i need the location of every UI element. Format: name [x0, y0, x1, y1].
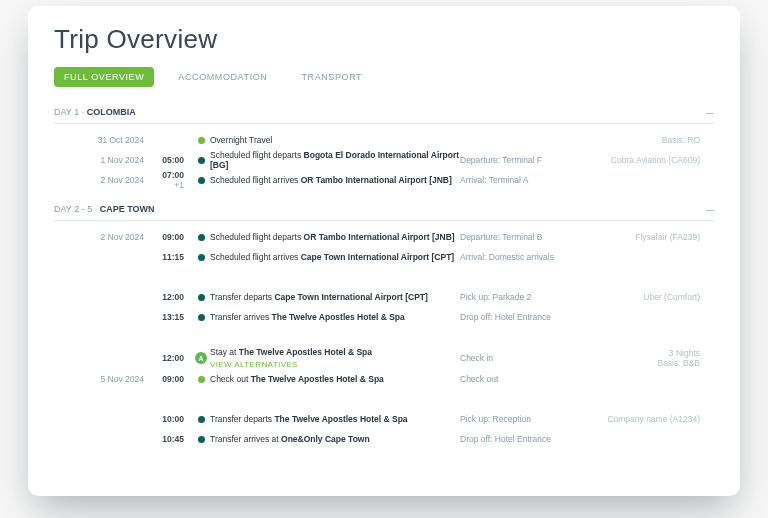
- timeline-dot-col: [192, 157, 210, 164]
- dot-teal-icon: [198, 157, 205, 164]
- timeline-dot-col: [192, 234, 210, 241]
- desc-prefix: Check out: [210, 374, 251, 384]
- row-time: 12:00: [152, 353, 192, 363]
- collapse-icon[interactable]: –: [706, 202, 714, 216]
- row-right: Cobra Aviation (CA609): [590, 155, 700, 165]
- dot-green-icon: [198, 376, 205, 383]
- itinerary-row: 12:00Transfer departs Cape Town Internat…: [54, 287, 714, 307]
- row-meta: Pick up: Parkade 2: [460, 292, 590, 302]
- desc-subject: The Twelve Apostles Hotel & Spa: [239, 347, 372, 357]
- desc-prefix: Scheduled flight arrives: [210, 175, 301, 185]
- row-time: 05:00: [152, 155, 192, 165]
- row-description: Scheduled flight arrives Cape Town Inter…: [210, 252, 460, 262]
- desc-subject: Cape Town International Airport [CPT]: [301, 252, 454, 262]
- row-time: 13:15: [152, 312, 192, 322]
- section-head[interactable]: DAY 2 - 5 · CAPE TOWN–: [54, 198, 714, 221]
- dot-teal-icon: [198, 436, 205, 443]
- row-time: 09:00: [152, 374, 192, 384]
- desc-subject: One&Only Cape Town: [281, 434, 370, 444]
- row-right-secondary: Basis: B&B: [590, 358, 700, 368]
- section-place: CAPE TOWN: [100, 204, 155, 214]
- section-label: DAY 1 · COLOMBIA: [54, 107, 136, 117]
- row-date: 2 Nov 2024: [54, 175, 152, 185]
- timeline-dot-col: [192, 376, 210, 383]
- timeline-dot-col: A: [192, 352, 210, 364]
- row-description: Transfer arrives at One&Only Cape Town: [210, 434, 460, 444]
- trip-overview-card: Trip Overview FULL OVERVIEW ACCOMMODATIO…: [28, 6, 740, 496]
- row-time: 10:00: [152, 414, 192, 424]
- sections-container: DAY 1 · COLOMBIA–31 Oct 2024Overnight Tr…: [54, 101, 714, 449]
- row-description: Overnight Travel: [210, 135, 460, 145]
- collapse-icon[interactable]: –: [706, 105, 714, 119]
- desc-prefix: Transfer arrives at: [210, 434, 281, 444]
- section-place: COLOMBIA: [87, 107, 136, 117]
- desc-prefix: Scheduled flight departs: [210, 232, 304, 242]
- itinerary-row: 2 Nov 202409:00Scheduled flight departs …: [54, 227, 714, 247]
- row-right: 3 NightsBasis: B&B: [590, 348, 700, 368]
- row-meta: Drop off: Hotel Entrance: [460, 312, 590, 322]
- dot-teal-icon: [198, 416, 205, 423]
- row-description: Check out The Twelve Apostles Hotel & Sp…: [210, 374, 460, 384]
- view-alternatives-link[interactable]: VIEW ALTERNATIVES: [210, 360, 460, 369]
- row-time: 10:45: [152, 434, 192, 444]
- row-meta: Pick up: Reception: [460, 414, 590, 424]
- timeline-dot-col: [192, 416, 210, 423]
- itinerary-row: 2 Nov 202407:00 +1Scheduled flight arriv…: [54, 170, 714, 190]
- itinerary-row: 31 Oct 2024Overnight TravelBasis: RO: [54, 130, 714, 150]
- row-description: Scheduled flight departs Bogota El Dorad…: [210, 150, 460, 170]
- row-meta: Check in: [460, 353, 590, 363]
- timeline-dot-col: [192, 294, 210, 301]
- desc-subject: Cape Town International Airport [CPT]: [274, 292, 427, 302]
- row-description: Scheduled flight departs OR Tambo Intern…: [210, 232, 460, 242]
- row-meta: Departure: Terminal F: [460, 155, 590, 165]
- dot-teal-icon: [198, 314, 205, 321]
- row-time: 09:00: [152, 232, 192, 242]
- tab-accommodation[interactable]: ACCOMMODATION: [168, 67, 277, 87]
- dot-teal-icon: [198, 254, 205, 261]
- desc-prefix: Transfer departs: [210, 414, 274, 424]
- desc-subject: OR Tambo International Airport [JNB]: [301, 175, 452, 185]
- timeline-dot-col: [192, 137, 210, 144]
- desc-subject: The Twelve Apostles Hotel & Spa: [251, 374, 384, 384]
- page-title: Trip Overview: [54, 24, 714, 55]
- desc-prefix: Stay at: [210, 347, 239, 357]
- row-spacer: [54, 267, 714, 287]
- row-date: 5 Nov 2024: [54, 374, 152, 384]
- desc-subject: The Twelve Apostles Hotel & Spa: [272, 312, 405, 322]
- itinerary-row: 10:00Transfer departs The Twelve Apostle…: [54, 409, 714, 429]
- row-description: Transfer arrives The Twelve Apostles Hot…: [210, 312, 460, 322]
- timeline-dot-col: [192, 436, 210, 443]
- row-description: Scheduled flight arrives OR Tambo Intern…: [210, 175, 460, 185]
- itinerary-row: 5 Nov 202409:00Check out The Twelve Apos…: [54, 369, 714, 389]
- itinerary-row: 12:00AStay at The Twelve Apostles Hotel …: [54, 347, 714, 369]
- row-meta: Arrival: Domestic arrivals: [460, 252, 590, 262]
- row-meta: Departure: Terminal B: [460, 232, 590, 242]
- row-date: 2 Nov 2024: [54, 232, 152, 242]
- timeline-dot-col: [192, 254, 210, 261]
- tab-full-overview[interactable]: FULL OVERVIEW: [54, 67, 154, 87]
- section-day: DAY 1 ·: [54, 107, 87, 117]
- dot-teal-icon: [198, 177, 205, 184]
- desc-prefix: Scheduled flight arrives: [210, 252, 301, 262]
- desc-prefix: Transfer departs: [210, 292, 274, 302]
- dot-green-icon: [198, 137, 205, 144]
- dot-teal-icon: [198, 234, 205, 241]
- tab-transport[interactable]: TRANSPORT: [291, 67, 372, 87]
- row-right: Flysafair (FA239): [590, 232, 700, 242]
- timeline-dot-col: [192, 177, 210, 184]
- itinerary-row: 1 Nov 202405:00Scheduled flight departs …: [54, 150, 714, 170]
- row-description: Transfer departs Cape Town International…: [210, 292, 460, 302]
- tabs: FULL OVERVIEW ACCOMMODATION TRANSPORT: [54, 67, 714, 87]
- row-meta: Check out: [460, 374, 590, 384]
- itinerary-row: 13:15Transfer arrives The Twelve Apostle…: [54, 307, 714, 327]
- dot-teal-icon: [198, 294, 205, 301]
- section-head[interactable]: DAY 1 · COLOMBIA–: [54, 101, 714, 124]
- row-date: 1 Nov 2024: [54, 155, 152, 165]
- itinerary-row: 10:45Transfer arrives at One&Only Cape T…: [54, 429, 714, 449]
- row-right: Uber (Comfort): [590, 292, 700, 302]
- desc-prefix: Overnight Travel: [210, 135, 272, 145]
- row-meta: Drop off: Hotel Entrance: [460, 434, 590, 444]
- row-date: 31 Oct 2024: [54, 135, 152, 145]
- desc-subject: OR Tambo International Airport [JNB]: [304, 232, 455, 242]
- row-spacer: [54, 327, 714, 347]
